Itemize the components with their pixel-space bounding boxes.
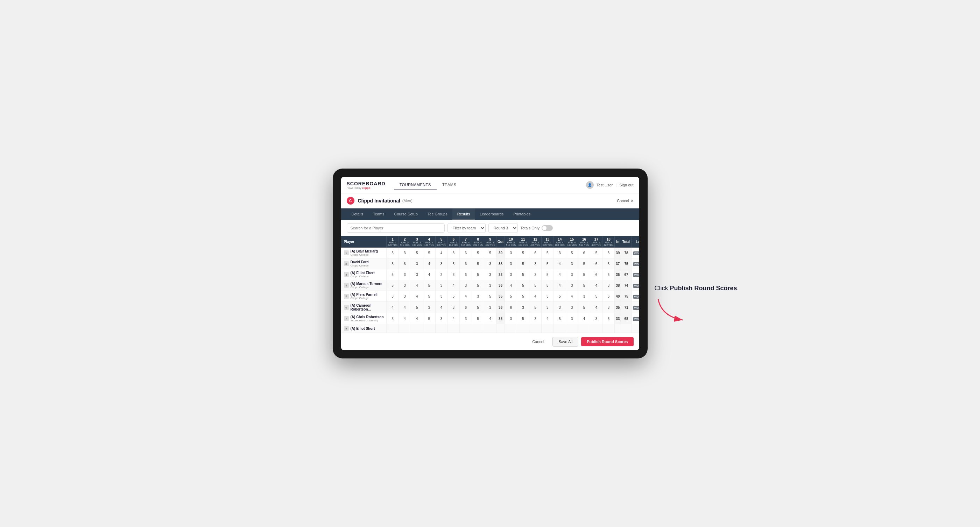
tab-tee-groups[interactable]: Tee Groups <box>423 208 452 220</box>
score-h12[interactable] <box>529 291 542 302</box>
score-h15[interactable] <box>566 302 578 313</box>
score-h10[interactable] <box>505 259 517 269</box>
score-h13[interactable] <box>541 269 554 280</box>
score-h6[interactable] <box>447 302 460 313</box>
score-h8[interactable] <box>472 280 484 291</box>
score-h8[interactable] <box>472 313 484 324</box>
wd-badge[interactable]: WD <box>633 262 639 266</box>
score-h17[interactable] <box>590 302 603 313</box>
score-h9[interactable] <box>484 269 496 280</box>
score-h5[interactable] <box>435 280 447 291</box>
score-h9[interactable] <box>484 302 496 313</box>
score-h16[interactable] <box>578 291 590 302</box>
score-h12[interactable] <box>529 269 542 280</box>
score-h11[interactable] <box>517 291 529 302</box>
score-h1[interactable] <box>387 313 399 324</box>
score-h11[interactable] <box>517 259 529 269</box>
publish-round-scores-button[interactable]: Publish Round Scores <box>581 337 633 346</box>
score-h7[interactable] <box>460 248 472 259</box>
totals-toggle-switch[interactable] <box>542 225 553 231</box>
score-h16[interactable] <box>578 269 590 280</box>
score-h18[interactable] <box>603 291 615 302</box>
score-h2[interactable] <box>399 280 411 291</box>
score-h4[interactable] <box>423 302 435 313</box>
score-h2[interactable] <box>399 313 411 324</box>
score-h5[interactable] <box>435 291 447 302</box>
score-h15[interactable] <box>566 291 578 302</box>
tab-details[interactable]: Details <box>347 208 368 220</box>
score-h14[interactable] <box>554 259 566 269</box>
score-h13[interactable] <box>541 259 554 269</box>
score-h8[interactable] <box>472 259 484 269</box>
wd-badge[interactable]: WD <box>633 317 639 321</box>
score-h14[interactable] <box>554 280 566 291</box>
score-h13[interactable] <box>541 313 554 324</box>
score-h8[interactable] <box>472 248 484 259</box>
score-h18[interactable] <box>603 302 615 313</box>
score-h3[interactable] <box>411 302 423 313</box>
score-h4[interactable] <box>423 291 435 302</box>
score-h16[interactable] <box>578 248 590 259</box>
score-h6[interactable] <box>447 291 460 302</box>
score-h9[interactable] <box>484 259 496 269</box>
score-h1[interactable] <box>387 291 399 302</box>
score-h6[interactable] <box>447 259 460 269</box>
score-h15[interactable] <box>566 269 578 280</box>
score-h14[interactable] <box>554 291 566 302</box>
score-h7[interactable] <box>460 313 472 324</box>
score-h15[interactable] <box>566 259 578 269</box>
score-h11[interactable] <box>517 280 529 291</box>
score-h1[interactable] <box>387 280 399 291</box>
score-h8[interactable] <box>472 291 484 302</box>
score-h3[interactable] <box>411 269 423 280</box>
score-h5[interactable] <box>435 259 447 269</box>
score-h7[interactable] <box>460 269 472 280</box>
score-h12[interactable] <box>529 248 542 259</box>
score-h5[interactable] <box>435 248 447 259</box>
score-h17[interactable] <box>590 280 603 291</box>
score-h10[interactable] <box>505 248 517 259</box>
wd-badge[interactable]: WD <box>633 306 639 310</box>
score-h18[interactable] <box>603 259 615 269</box>
score-h16[interactable] <box>578 313 590 324</box>
score-h9[interactable] <box>484 313 496 324</box>
sign-out-link[interactable]: Sign out <box>619 183 633 187</box>
score-h3[interactable] <box>411 280 423 291</box>
score-h3[interactable] <box>411 248 423 259</box>
score-h18[interactable] <box>603 280 615 291</box>
score-h14[interactable] <box>554 313 566 324</box>
score-h16[interactable] <box>578 280 590 291</box>
score-h2[interactable] <box>399 259 411 269</box>
nav-link-teams[interactable]: TEAMS <box>437 180 462 190</box>
score-h12[interactable] <box>529 313 542 324</box>
score-h5[interactable] <box>435 302 447 313</box>
score-h7[interactable] <box>460 291 472 302</box>
tab-course-setup[interactable]: Course Setup <box>390 208 423 220</box>
score-h12[interactable] <box>529 302 542 313</box>
wd-badge[interactable]: WD <box>633 284 639 288</box>
score-h2[interactable] <box>399 269 411 280</box>
cancel-top-button[interactable]: Cancel ✕ <box>617 198 633 203</box>
score-h17[interactable] <box>590 248 603 259</box>
score-h18[interactable] <box>603 269 615 280</box>
score-h4[interactable] <box>423 269 435 280</box>
tab-printables[interactable]: Printables <box>508 208 535 220</box>
score-h7[interactable] <box>460 302 472 313</box>
wd-badge[interactable]: WD <box>633 251 639 255</box>
score-h15[interactable] <box>566 280 578 291</box>
tab-teams[interactable]: Teams <box>368 208 389 220</box>
score-h13[interactable] <box>541 280 554 291</box>
score-h7[interactable] <box>460 259 472 269</box>
score-h4[interactable] <box>423 248 435 259</box>
score-h2[interactable] <box>399 291 411 302</box>
score-h10[interactable] <box>505 302 517 313</box>
score-h10[interactable] <box>505 291 517 302</box>
filter-team-select[interactable]: Filter by team <box>447 223 486 233</box>
round-select[interactable]: Round 3 <box>488 223 518 233</box>
score-h17[interactable] <box>590 313 603 324</box>
score-h17[interactable] <box>590 291 603 302</box>
score-h11[interactable] <box>517 302 529 313</box>
score-h17[interactable] <box>590 259 603 269</box>
score-h13[interactable] <box>541 302 554 313</box>
score-h10[interactable] <box>505 269 517 280</box>
